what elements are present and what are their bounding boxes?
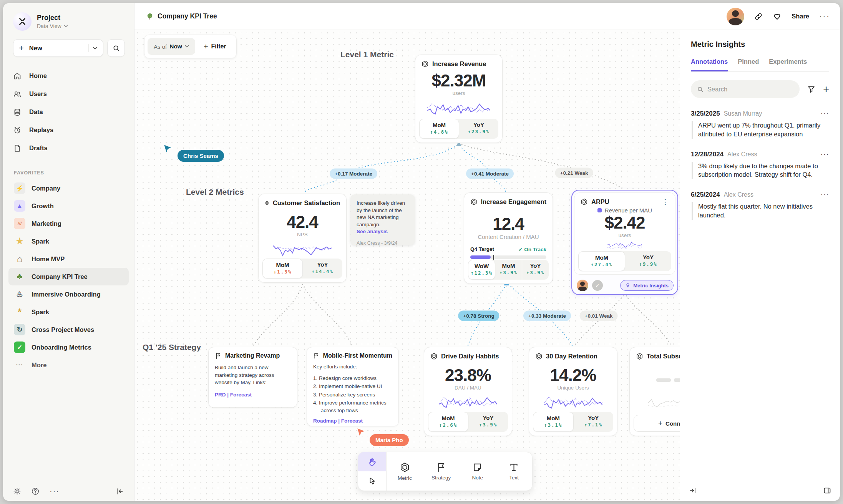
share-button[interactable]: Share [792,13,809,20]
connect-data-button[interactable]: + Connec [634,415,680,432]
stat-mom: MoM ↑4.8% [419,119,459,139]
tab-pinned[interactable]: Pinned [738,58,759,71]
metric-value: $2.32M [415,71,502,90]
settings-gear-icon[interactable] [13,487,21,495]
edge-label: +0.17 Moderate [330,169,377,179]
metric-hexagon-icon [636,353,643,360]
search-input[interactable] [707,86,793,93]
note-icon [473,463,482,472]
add-filter-button[interactable]: + Filter [197,42,233,51]
stat-yoy: YoY ↑14.4% [303,259,342,279]
tab-experiments[interactable]: Experiments [769,58,807,71]
note-attribution: Alex Cress - 3/9/24 [357,240,409,246]
collapse-sidebar-icon[interactable] [116,487,124,496]
metric-hexagon-icon [265,199,269,207]
assignee-avatar[interactable] [577,280,588,291]
annotation-date: 3/25/2025 [691,110,720,118]
sidebar-item-cross-project-moves[interactable]: ↻ Cross Project Moves [8,321,129,338]
tree-icon [146,13,154,20]
user-avatar[interactable] [727,8,744,25]
sparkline [581,240,669,251]
sidebar-item-data[interactable]: Data [3,103,134,121]
strategy-tool-button[interactable]: Strategy [423,452,460,491]
metric-card-total-subscriptions[interactable]: Total Subscript + Connec [629,347,680,436]
topbar-menu-icon[interactable]: ··· [819,15,830,18]
annotation-author: Alex Cress [724,191,753,198]
plus-icon: + [204,42,208,51]
annotations-search[interactable] [691,80,800,98]
annotation-entry: 6/25/2024 Alex Cress ··· Mostly flat thi… [691,191,829,220]
filter-funnel-icon[interactable] [807,85,815,93]
metric-card-customer-satisfaction[interactable]: Customer Satisfaction 42.4 NPS MoM ↓1.3%… [258,194,347,283]
layout-panel-icon[interactable] [823,486,831,495]
note-tool-button[interactable]: Note [460,452,496,491]
level-2-label: Level 2 Metrics [186,187,244,197]
metric-value: 14.2% [529,366,617,385]
annotation-menu-icon[interactable]: ··· [821,150,829,158]
favorite-heart-icon[interactable] [773,12,782,21]
select-tool-button[interactable] [358,471,386,491]
annotation-menu-icon[interactable]: ··· [821,191,829,199]
train-icon: ♨ [14,288,25,300]
sidebar-item-home[interactable]: Home [3,67,134,85]
tab-annotations[interactable]: Annotations [691,58,728,71]
sidebar-item-company-kpi-tree[interactable]: ♣ Company KPI Tree [8,268,129,285]
collaborator-cursor-icon [357,428,366,437]
sidebar-nav: Home Users Data Replays Drafts [3,67,134,157]
kpi-tree-canvas[interactable]: As of Now + Filter Level 1 Metric Level … [134,30,680,501]
card-menu-icon[interactable]: ⋮ [662,199,669,205]
sidebar-item-marketing[interactable]: /// Marketing [8,215,129,232]
hand-tool-button[interactable] [358,452,386,471]
add-annotation-icon[interactable]: + [823,85,829,93]
sparkline [430,393,506,411]
help-icon[interactable] [31,487,40,496]
view-switcher[interactable]: Data View [37,23,68,29]
metric-card-arpu[interactable]: ARPU ⋮ Revenue per MAU $2.42 users MoM ↑… [571,190,678,295]
metric-card-increase-revenue[interactable]: Increase Revenue $2.32M users MoM ↑4.8% … [415,55,503,143]
metric-unit: NPS [259,232,346,237]
sidebar-item-home-mvp[interactable]: ⌂ Home MVP [8,250,129,268]
lightbulb-icon [625,283,631,288]
strategy-card-mobile-first-momentum[interactable]: Mobile-First Momentum Key efforts includ… [307,347,399,426]
collapse-panel-icon[interactable] [689,486,697,495]
sidebar-item-immersive-onboarding[interactable]: ♨ Immersive Onboarding [8,285,129,303]
project-header[interactable]: Project Data View [3,3,134,31]
sidebar-item-company[interactable]: ⚡ Company [8,179,129,197]
sidebar-item-more[interactable]: ··· More [8,356,129,374]
sidebar-item-onboarding-metrics[interactable]: ✓ Onboarding Metrics [8,338,129,356]
level-3-label: Q1 '25 Strategy [143,343,201,352]
strategy-links[interactable]: Roadmap | Forecast [313,418,392,424]
star-icon: ★ [14,235,25,247]
chevron-down-icon[interactable] [93,46,98,50]
metric-card-increase-engagement[interactable]: Increase Engagement 12.4 Content Creatio… [464,192,553,284]
q4-target-progress [470,255,546,259]
metric-insights-badge[interactable]: Metric Insights [620,280,674,291]
search-icon [697,86,704,93]
search-button[interactable] [107,39,125,57]
text-tool-button[interactable]: Text [496,452,532,491]
sidebar-item-replays[interactable]: Replays [3,121,134,139]
strategy-links[interactable]: PRD | Forecast [215,392,291,398]
annotation-author: Susan Murray [724,110,762,117]
sidebar-item-spark[interactable]: ★ Spark [8,232,129,250]
canvas-filter-bar: As of Now + Filter [144,35,237,58]
copy-link-icon[interactable] [754,12,763,21]
as-of-dropdown[interactable]: As of Now [148,38,195,55]
annotation-note-card[interactable]: Increase likely driven by the launch of … [350,194,415,245]
workspace-logo-icon [13,12,32,31]
metric-tool-button[interactable]: Metric [387,452,423,491]
metric-card-30-day-retention[interactable]: 30 Day Retention 14.2% Unique Users MoM … [529,347,617,436]
sidebar-item-spark-2[interactable]: * Spark [8,303,129,321]
sidebar-item-users[interactable]: Users [3,85,134,103]
new-button[interactable]: + New [13,39,103,57]
sidebar-item-growth[interactable]: ▲ Growth [8,197,129,215]
metric-card-drive-daily-habbits[interactable]: Drive Daily Habbits 23.8% DAU / MAU MoM … [424,347,512,436]
see-analysis-link[interactable]: See analysis [357,229,409,234]
metric-hexagon-icon [422,60,429,68]
flag-icon [313,352,320,359]
strategy-card-marketing-revamp[interactable]: Marketing Revamp Build and launch a new … [208,347,297,408]
favorites-title: FAVORITES [14,170,134,176]
annotation-menu-icon[interactable]: ··· [821,109,829,118]
more-options-icon[interactable]: ··· [50,487,60,496]
sidebar-item-drafts[interactable]: Drafts [3,139,134,157]
